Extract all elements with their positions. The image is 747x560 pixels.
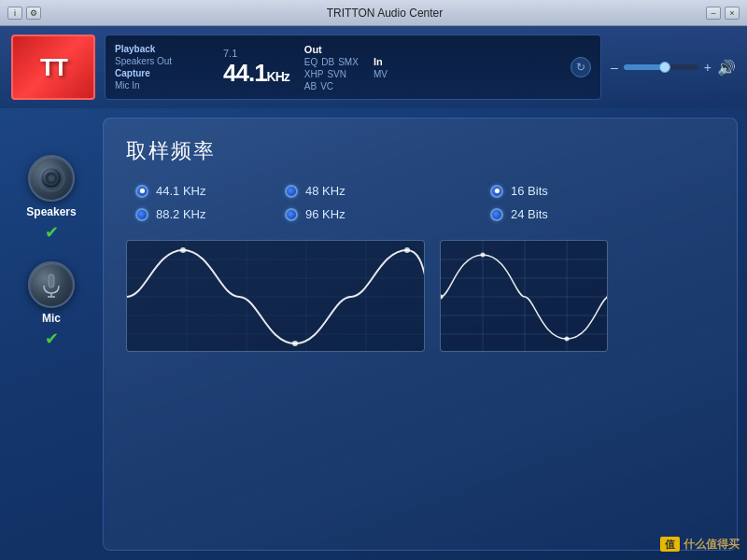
radio-96khz-label: 96 KHz (305, 207, 345, 221)
info-panel: Playback Speakers Out Capture Mic In 7.1… (105, 35, 601, 100)
volume-slider-thumb (659, 62, 670, 73)
refresh-button[interactable]: ↻ (571, 57, 591, 77)
radio-48khz-label: 48 KHz (305, 184, 345, 198)
radio-16bit[interactable]: 16 Bits (434, 184, 705, 198)
svg-point-18 (292, 341, 298, 346)
sidebar-item-mic[interactable]: Mic ✔ (28, 261, 75, 349)
sidebar: Speakers ✔ Mic ✔ (9, 118, 93, 551)
svg-rect-5 (49, 274, 54, 287)
out-section: Out EQDBSMX XHPSVN ABVC (304, 44, 359, 91)
sample-rate-options: 44.1 KHz 48 KHz 16 Bits 88.2 KHz 96 (126, 184, 714, 221)
volume-icon: 🔊 (717, 59, 736, 77)
speakers-icon (28, 155, 75, 202)
radio-24bit[interactable]: 24 Bits (434, 207, 705, 221)
mic-label: Mic (42, 312, 61, 325)
in-section: In MV (374, 56, 388, 79)
playback-label: Playback Speakers Out Capture Mic In (115, 43, 208, 91)
main-panel: 取样频率 44.1 KHz 48 KHz 16 Bits (103, 118, 738, 551)
device-info: Playback Speakers Out Capture Mic In (115, 43, 208, 91)
volume-minus-button[interactable]: – (611, 60, 618, 75)
radio-44khz-label: 44.1 KHz (156, 184, 205, 198)
radio-44khz[interactable]: 44.1 KHz (135, 184, 285, 198)
mic-check-icon: ✔ (45, 329, 59, 349)
volume-control: – + 🔊 (611, 59, 736, 77)
svg-point-30 (565, 337, 570, 342)
channels-label: 7.1 (223, 48, 237, 59)
frequency-display: 44.1KHz (223, 59, 289, 88)
sidebar-item-speakers[interactable]: Speakers ✔ (26, 155, 76, 243)
radio-96khz[interactable]: 96 KHz (285, 207, 434, 221)
header-bar: TT Playback Speakers Out Capture Mic In … (0, 26, 747, 108)
title-bar: i ⚙ TRITTON Audio Center – × (0, 0, 747, 26)
mic-icon (28, 261, 75, 308)
in-tags: MV (374, 69, 388, 79)
watermark: 值 什么值得买 (660, 536, 740, 553)
out-tags-row3: ABVC (304, 81, 359, 91)
content-area: Speakers ✔ Mic ✔ 取样频率 (0, 108, 747, 560)
minimize-button[interactable]: – (706, 7, 721, 20)
svg-point-17 (180, 247, 186, 253)
radio-882khz-dot (135, 208, 148, 221)
svg-point-4 (50, 177, 52, 179)
radio-48khz-dot (285, 185, 298, 198)
info-button[interactable]: i (7, 7, 22, 20)
logo: TT (11, 35, 95, 100)
volume-plus-button[interactable]: + (704, 60, 712, 75)
radio-24bit-dot (490, 208, 503, 221)
out-tags-row2: XHPSVN (304, 69, 359, 79)
waveform-row (126, 240, 714, 352)
settings-button[interactable]: ⚙ (26, 7, 41, 20)
speakers-label: Speakers (26, 205, 76, 218)
window-title: TRITTON Audio Center (63, 7, 706, 20)
svg-point-29 (481, 253, 486, 258)
radio-44khz-dot (135, 185, 148, 198)
panel-title: 取样频率 (126, 137, 714, 165)
close-button[interactable]: × (725, 7, 740, 20)
logo-text: TT (40, 53, 66, 82)
radio-882khz[interactable]: 88.2 KHz (135, 207, 285, 221)
radio-882khz-label: 88.2 KHz (156, 207, 205, 221)
waveform-small (440, 240, 608, 352)
waveform-large (126, 240, 425, 352)
main-window: TT Playback Speakers Out Capture Mic In … (0, 26, 747, 560)
speakers-check-icon: ✔ (45, 222, 59, 243)
radio-16bit-dot (490, 185, 503, 198)
radio-24bit-label: 24 Bits (511, 207, 548, 221)
volume-slider[interactable] (624, 64, 698, 70)
svg-point-19 (404, 247, 410, 253)
out-tags-row1: EQDBSMX (304, 57, 359, 67)
radio-48khz[interactable]: 48 KHz (285, 184, 434, 198)
radio-96khz-dot (285, 208, 298, 221)
radio-16bit-label: 16 Bits (511, 184, 548, 198)
